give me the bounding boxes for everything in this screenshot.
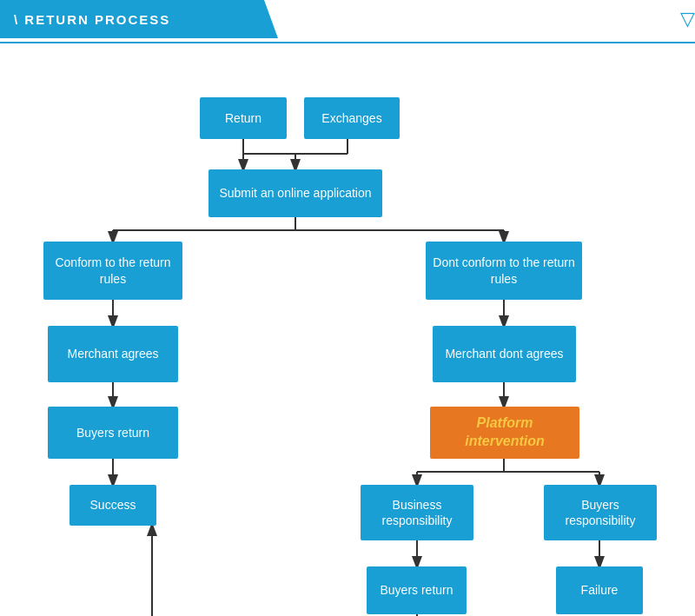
failure-box: Failure: [556, 566, 643, 614]
submit-box: Submit an online application: [208, 169, 382, 217]
merchant-dont-box: Merchant dont agrees: [433, 326, 576, 382]
buyers-resp-box: Buyers responsibility: [544, 485, 657, 540]
success-box: Success: [70, 485, 156, 526]
buyers-return-left-box: Buyers return: [48, 407, 178, 459]
header-bar: \ RETURN PROCESS: [0, 0, 278, 38]
business-resp-box: Business responsibility: [361, 485, 473, 540]
header-wrapper: \ RETURN PROCESS ▽: [0, 0, 695, 43]
conform-box: Conform to the return rules: [43, 242, 182, 300]
return-box: Return: [200, 97, 287, 139]
platform-box: Platform intervention: [430, 407, 579, 459]
filter-icon[interactable]: ▽: [680, 8, 695, 30]
merchant-agrees-box: Merchant agrees: [48, 326, 178, 382]
exchanges-box: Exchanges: [304, 97, 400, 139]
page-title: \ RETURN PROCESS: [14, 12, 170, 27]
flowchart: Return Exchanges Submit an online applic…: [0, 43, 695, 616]
buyers-return-right-box: Buyers return: [367, 566, 467, 614]
dont-conform-box: Dont conform to the return rules: [426, 242, 582, 300]
